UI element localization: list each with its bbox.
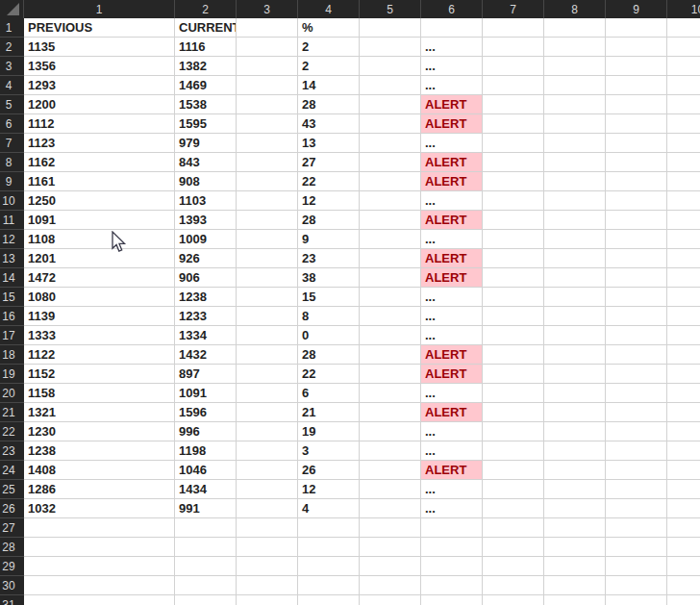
- cell-r6c5[interactable]: [360, 114, 421, 134]
- cell-r8c3[interactable]: [237, 153, 298, 172]
- cell-r6c8[interactable]: [544, 114, 606, 134]
- cell-r18c7[interactable]: [483, 345, 544, 365]
- cell-r12c1[interactable]: 1108: [24, 230, 175, 249]
- cell-r17c4[interactable]: 0: [298, 326, 360, 345]
- cell-r7c10[interactable]: [667, 134, 700, 153]
- cell-r7c3[interactable]: [237, 134, 298, 153]
- cell-r8c4[interactable]: 27: [298, 153, 360, 172]
- cell-r7c6[interactable]: ...: [421, 134, 483, 153]
- cell-r13c5[interactable]: [360, 249, 421, 268]
- cell-r1c8[interactable]: [544, 18, 606, 38]
- cell-r19c9[interactable]: [606, 365, 667, 384]
- cell-r9c8[interactable]: [544, 172, 606, 191]
- cell-r28c2[interactable]: [175, 538, 237, 557]
- cell-r1c2[interactable]: CURRENT: [175, 18, 237, 38]
- cell-r22c2[interactable]: 996: [175, 422, 237, 441]
- cell-r26c3[interactable]: [237, 499, 298, 518]
- cell-r16c3[interactable]: [237, 307, 298, 326]
- cell-r17c1[interactable]: 1333: [24, 326, 175, 345]
- cell-r13c8[interactable]: [544, 249, 606, 268]
- row-header-1[interactable]: 1: [0, 18, 24, 38]
- cell-r31c2[interactable]: [175, 595, 237, 605]
- cell-r2c1[interactable]: 1135: [24, 38, 175, 57]
- cell-r27c5[interactable]: [360, 518, 421, 538]
- cell-r25c8[interactable]: [544, 480, 606, 499]
- cell-r18c8[interactable]: [544, 345, 606, 365]
- cell-r26c4[interactable]: 4: [298, 499, 360, 518]
- cell-r3c3[interactable]: [237, 57, 298, 76]
- cell-r29c3[interactable]: [237, 557, 298, 576]
- cell-r1c4[interactable]: %: [298, 18, 360, 38]
- cell-r9c3[interactable]: [237, 172, 298, 191]
- cell-r23c1[interactable]: 1238: [24, 441, 175, 461]
- cell-r21c7[interactable]: [483, 403, 544, 422]
- cell-r28c9[interactable]: [606, 538, 667, 557]
- cell-r2c8[interactable]: [544, 38, 606, 57]
- cell-r8c6[interactable]: ALERT: [421, 153, 483, 172]
- row-header-31[interactable]: 31: [0, 595, 24, 605]
- cell-r5c6[interactable]: ALERT: [421, 95, 483, 114]
- cell-r29c1[interactable]: [24, 557, 175, 576]
- cell-r4c3[interactable]: [237, 76, 298, 95]
- cell-r3c5[interactable]: [360, 57, 421, 76]
- cell-r14c4[interactable]: 38: [298, 268, 360, 288]
- cell-r6c7[interactable]: [483, 114, 544, 134]
- cell-r3c7[interactable]: [483, 57, 544, 76]
- cell-r9c9[interactable]: [606, 172, 667, 191]
- cell-r19c7[interactable]: [483, 365, 544, 384]
- cell-r29c5[interactable]: [360, 557, 421, 576]
- cell-r31c6[interactable]: [421, 595, 483, 605]
- cell-r3c6[interactable]: ...: [421, 57, 483, 76]
- cell-r4c8[interactable]: [544, 76, 606, 95]
- row-header-3[interactable]: 3: [0, 57, 24, 76]
- cell-r4c1[interactable]: 1293: [24, 76, 175, 95]
- cell-r28c10[interactable]: [667, 538, 700, 557]
- cell-r2c6[interactable]: ...: [421, 38, 483, 57]
- cell-r25c9[interactable]: [606, 480, 667, 499]
- cell-r3c2[interactable]: 1382: [175, 57, 237, 76]
- cell-r4c6[interactable]: ...: [421, 76, 483, 95]
- cell-r22c9[interactable]: [606, 422, 667, 441]
- cell-r17c5[interactable]: [360, 326, 421, 345]
- cell-r27c10[interactable]: [667, 518, 700, 538]
- cell-r27c9[interactable]: [606, 518, 667, 538]
- cell-r9c2[interactable]: 908: [175, 172, 237, 191]
- cell-r30c9[interactable]: [606, 576, 667, 595]
- cell-r21c6[interactable]: ALERT: [421, 403, 483, 422]
- cell-r16c4[interactable]: 8: [298, 307, 360, 326]
- cell-r31c4[interactable]: [298, 595, 360, 605]
- column-header-7[interactable]: 7: [483, 0, 544, 18]
- cell-r11c2[interactable]: 1393: [175, 211, 237, 230]
- cell-r13c4[interactable]: 23: [298, 249, 360, 268]
- cell-r24c8[interactable]: [544, 461, 606, 480]
- cell-r18c3[interactable]: [237, 345, 298, 365]
- cell-r23c8[interactable]: [544, 441, 606, 461]
- cell-r25c3[interactable]: [237, 480, 298, 499]
- cell-r6c9[interactable]: [606, 114, 667, 134]
- cell-r15c10[interactable]: [667, 288, 700, 307]
- cell-r28c4[interactable]: [298, 538, 360, 557]
- cell-r25c1[interactable]: 1286: [24, 480, 175, 499]
- cell-r1c9[interactable]: [606, 18, 667, 38]
- cell-r21c4[interactable]: 21: [298, 403, 360, 422]
- cell-r20c3[interactable]: [237, 384, 298, 403]
- cell-r28c5[interactable]: [360, 538, 421, 557]
- row-header-30[interactable]: 30: [0, 576, 24, 595]
- cell-r21c3[interactable]: [237, 403, 298, 422]
- row-header-25[interactable]: 25: [0, 480, 24, 499]
- cell-r22c8[interactable]: [544, 422, 606, 441]
- row-header-7[interactable]: 7: [0, 134, 24, 153]
- cell-r26c1[interactable]: 1032: [24, 499, 175, 518]
- cell-r19c2[interactable]: 897: [175, 365, 237, 384]
- cell-r5c5[interactable]: [360, 95, 421, 114]
- cell-r11c7[interactable]: [483, 211, 544, 230]
- cell-r28c7[interactable]: [483, 538, 544, 557]
- cell-r8c2[interactable]: 843: [175, 153, 237, 172]
- cell-r19c5[interactable]: [360, 365, 421, 384]
- cell-r31c7[interactable]: [483, 595, 544, 605]
- cell-r30c6[interactable]: [421, 576, 483, 595]
- cell-r12c7[interactable]: [483, 230, 544, 249]
- cell-r20c10[interactable]: [667, 384, 700, 403]
- cell-r28c3[interactable]: [237, 538, 298, 557]
- cell-r1c1[interactable]: PREVIOUS: [24, 18, 175, 38]
